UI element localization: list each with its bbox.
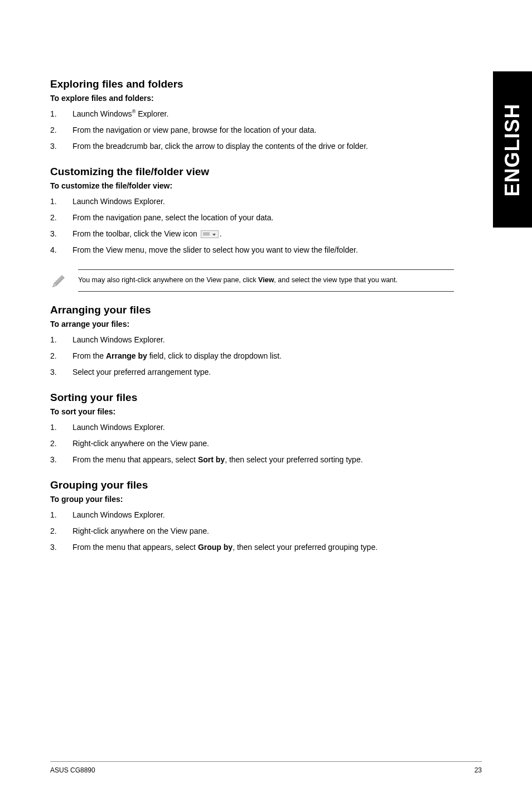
- item-number: 1.: [50, 196, 72, 207]
- item-text: From the menu that appears, select Sort …: [72, 454, 454, 466]
- item-text: Right-click anywhere on the View pane.: [72, 525, 454, 537]
- item-number: 3.: [50, 542, 72, 553]
- pencil-icon: [50, 269, 78, 292]
- list-customizing: 1.Launch Windows Explorer.2.From the nav…: [50, 196, 454, 256]
- item-text: Launch Windows® Explorer.: [72, 108, 454, 120]
- heading-grouping: Grouping your files: [50, 479, 454, 491]
- section-arranging: Arranging your files To arrange your fil…: [50, 304, 454, 378]
- section-exploring: Exploring files and folders To explore f…: [50, 78, 454, 152]
- heading-exploring: Exploring files and folders: [50, 78, 454, 90]
- item-number: 2.: [50, 438, 72, 450]
- subheading-grouping: To group your files:: [50, 495, 454, 504]
- list-item: 1.Launch Windows Explorer.: [50, 509, 454, 521]
- heading-sorting: Sorting your files: [50, 392, 454, 404]
- item-number: 1.: [50, 108, 72, 120]
- view-dropdown-icon: [201, 230, 219, 238]
- item-text: Select your preferred arrangement type.: [72, 366, 454, 378]
- list-item: 3.Select your preferred arrangement type…: [50, 366, 454, 378]
- list-item: 4.From the View menu, move the slider to…: [50, 244, 454, 256]
- heading-customizing: Customizing the file/folder view: [50, 166, 454, 178]
- list-arranging: 1.Launch Windows Explorer.2.From the Arr…: [50, 334, 454, 378]
- item-text: From the View menu, move the slider to s…: [72, 244, 454, 256]
- list-item: 1.Launch Windows Explorer.: [50, 196, 454, 207]
- section-sorting: Sorting your files To sort your files: 1…: [50, 392, 454, 466]
- item-text: Launch Windows Explorer.: [72, 509, 454, 521]
- list-item: 2.Right-click anywhere on the View pane.: [50, 525, 454, 537]
- item-number: 2.: [50, 212, 72, 224]
- item-number: 3.: [50, 366, 72, 378]
- note-text: You may also right-click anywhere on the…: [78, 269, 454, 292]
- item-text: Right-click anywhere on the View pane.: [72, 438, 454, 450]
- item-number: 3.: [50, 141, 72, 152]
- item-text: From the navigation or view pane, browse…: [72, 124, 454, 136]
- item-number: 2.: [50, 124, 72, 136]
- section-grouping: Grouping your files To group your files:…: [50, 479, 454, 553]
- list-item: 1.Launch Windows Explorer.: [50, 422, 454, 433]
- footer-page-number: 23: [475, 766, 482, 774]
- language-tab: ENGLISH: [493, 71, 532, 228]
- list-item: 3.From the toolbar, click the View icon …: [50, 228, 454, 240]
- list-item: 3.From the breadcrumb bar, click the arr…: [50, 141, 454, 152]
- list-item: 3.From the menu that appears, select Sor…: [50, 454, 454, 466]
- item-number: 4.: [50, 244, 72, 256]
- note-box: You may also right-click anywhere on the…: [50, 269, 454, 292]
- list-item: 1.Launch Windows Explorer.: [50, 334, 454, 346]
- list-item: 2.From the navigation pane, select the l…: [50, 212, 454, 224]
- item-text: From the toolbar, click the View icon .: [72, 228, 454, 240]
- item-number: 2.: [50, 525, 72, 537]
- item-text: From the breadcrumb bar, click the arrow…: [72, 141, 454, 152]
- list-item: 2.Right-click anywhere on the View pane.: [50, 438, 454, 450]
- footer-model: ASUS CG8890: [50, 766, 95, 774]
- section-customizing: Customizing the file/folder view To cust…: [50, 166, 454, 256]
- item-text: From the menu that appears, select Group…: [72, 542, 454, 553]
- item-text: Launch Windows Explorer.: [72, 422, 454, 433]
- list-item: 3.From the menu that appears, select Gro…: [50, 542, 454, 553]
- subheading-customizing: To customize the file/folder view:: [50, 181, 454, 190]
- item-number: 1.: [50, 509, 72, 521]
- item-text: Launch Windows Explorer.: [72, 334, 454, 346]
- subheading-exploring: To explore files and folders:: [50, 94, 454, 103]
- page-footer: ASUS CG8890 23: [50, 761, 482, 774]
- language-tab-label: ENGLISH: [501, 103, 524, 197]
- item-text: Launch Windows Explorer.: [72, 196, 454, 207]
- subheading-sorting: To sort your files:: [50, 407, 454, 416]
- item-number: 3.: [50, 454, 72, 466]
- list-item: 2.From the navigation or view pane, brow…: [50, 124, 454, 136]
- heading-arranging: Arranging your files: [50, 304, 454, 316]
- page-content: Exploring files and folders To explore f…: [0, 0, 532, 553]
- list-item: 2.From the Arrange by field, click to di…: [50, 350, 454, 362]
- item-number: 3.: [50, 228, 72, 240]
- item-text: From the navigation pane, select the loc…: [72, 212, 454, 224]
- subheading-arranging: To arrange your files:: [50, 320, 454, 328]
- item-number: 2.: [50, 350, 72, 362]
- list-item: 1.Launch Windows® Explorer.: [50, 108, 454, 120]
- item-text: From the Arrange by field, click to disp…: [72, 350, 454, 362]
- item-number: 1.: [50, 422, 72, 433]
- list-exploring: 1.Launch Windows® Explorer.2.From the na…: [50, 108, 454, 152]
- list-sorting: 1.Launch Windows Explorer.2.Right-click …: [50, 422, 454, 466]
- item-number: 1.: [50, 334, 72, 346]
- list-grouping: 1.Launch Windows Explorer.2.Right-click …: [50, 509, 454, 553]
